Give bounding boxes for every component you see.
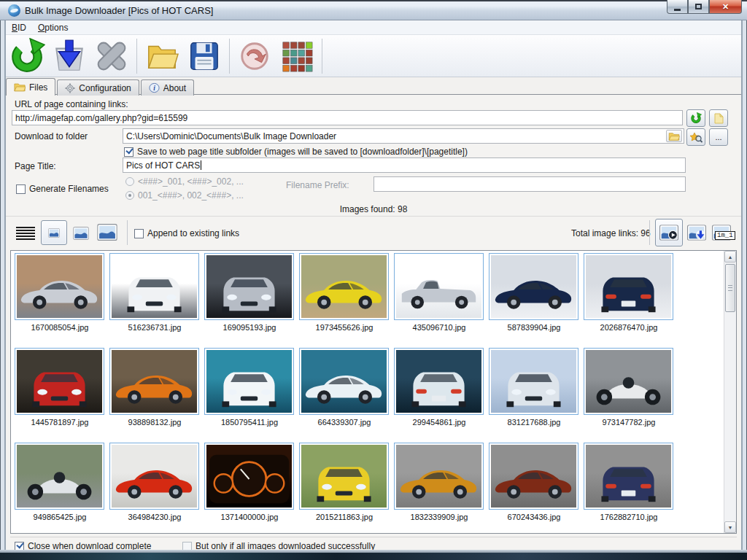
thumbnail-item[interactable]: 2026876470.jpg: [581, 251, 676, 340]
filename-pattern-radio-1[interactable]: <###>_001, <###>_002, ...: [125, 176, 244, 187]
menu-bid[interactable]: BID: [6, 21, 32, 34]
checkbox-box[interactable]: [124, 147, 133, 157]
tab-about[interactable]: i About: [141, 79, 194, 96]
radio-dot[interactable]: [125, 191, 134, 200]
thumbnail-image[interactable]: [584, 348, 673, 415]
thumbnail-item[interactable]: 664339307.jpg: [297, 346, 392, 435]
radio-dot[interactable]: [125, 177, 134, 186]
page-info-button[interactable]: [709, 109, 728, 127]
thumbnail-item[interactable]: 1445781897.jpg: [12, 346, 107, 435]
car-photo: [112, 445, 197, 508]
start-download-button[interactable]: [48, 37, 90, 75]
thumbnail-image[interactable]: [584, 443, 673, 510]
scroll-down-button[interactable]: ▼: [724, 521, 736, 533]
scan-page-button[interactable]: [6, 37, 48, 75]
thumbnail-item[interactable]: 1973455626.jpg: [297, 251, 392, 340]
save-links-button[interactable]: [183, 37, 225, 75]
thumbnail-item[interactable]: 364984230.jpg: [107, 440, 202, 529]
thumbnail-item[interactable]: 938898132.jpg: [107, 346, 202, 435]
thumbnail-image[interactable]: [299, 253, 389, 320]
browse-folder-button[interactable]: [666, 130, 682, 142]
thumbnail-image[interactable]: [394, 253, 484, 320]
thumbnail-item[interactable]: 973147782.jpg: [581, 346, 676, 435]
thumbnail-item[interactable]: 670243436.jpg: [487, 440, 581, 529]
vertical-scrollbar[interactable]: ▲ ▼: [724, 251, 736, 533]
image-grid-button[interactable]: [276, 37, 318, 75]
refresh-small-icon: [690, 112, 702, 124]
download-selected-button[interactable]: [684, 221, 709, 244]
thumbnail-image[interactable]: [204, 348, 294, 415]
open-links-button[interactable]: [141, 37, 183, 75]
tab-files[interactable]: Files: [6, 78, 55, 96]
checkbox-box[interactable]: [16, 184, 26, 194]
thumbnail-image[interactable]: [204, 443, 294, 510]
scrollbar-thumb[interactable]: [725, 264, 735, 312]
thumbnail-image[interactable]: [109, 443, 199, 510]
thumbnail-item[interactable]: 435096710.jpg: [392, 251, 487, 340]
thumbnail-image[interactable]: [109, 348, 199, 415]
reload-url-button[interactable]: [686, 109, 705, 127]
retry-failed-button[interactable]: [233, 37, 276, 75]
thumbnail-item[interactable]: 1670085054.jpg: [12, 251, 107, 340]
thumbnail-image[interactable]: [299, 348, 389, 415]
page-title-input[interactable]: Pics of HOT CARS: [123, 158, 686, 173]
prefix-input[interactable]: [374, 176, 686, 192]
more-options-button[interactable]: ...: [709, 128, 728, 146]
thumbnail-item[interactable]: 1832339909.jpg: [392, 440, 487, 529]
desktop-background: [0, 553, 747, 560]
thumbnail-image[interactable]: [489, 348, 578, 415]
image-play-icon: [659, 225, 678, 241]
cancel-icon: [93, 38, 130, 74]
retry-icon: [238, 39, 271, 73]
thumbnail-item[interactable]: 1762882710.jpg: [581, 440, 676, 529]
save-icon: [187, 39, 221, 73]
thumbnail-image[interactable]: [15, 443, 104, 510]
thumbnail-item[interactable]: 516236731.jpg: [107, 251, 202, 340]
minimize-button[interactable]: [667, 0, 688, 14]
medium-thumbnails-button[interactable]: [69, 222, 93, 244]
thumbnail-image[interactable]: [489, 253, 578, 320]
thumbnail-image[interactable]: [204, 253, 294, 320]
thumbnail-item[interactable]: 831217688.jpg: [487, 346, 581, 435]
thumbnail-image[interactable]: [299, 443, 389, 510]
preview-mode-button[interactable]: [655, 219, 683, 246]
thumbnail-filename: 516236731.jpg: [107, 323, 202, 332]
thumbnail-item[interactable]: 1371400000.jpg: [202, 440, 297, 529]
scroll-up-button[interactable]: ▲: [724, 251, 736, 262]
url-input[interactable]: http://imagefap.com/gallery.php?gid=6155…: [12, 110, 683, 125]
thumbnail-image[interactable]: [15, 348, 104, 415]
menu-options[interactable]: Options: [32, 21, 74, 34]
thumbnail-image[interactable]: [109, 253, 199, 320]
cancel-button[interactable]: [90, 37, 133, 75]
folder-small-icon: [668, 132, 680, 141]
thumbnail-item[interactable]: 587839904.jpg: [487, 251, 581, 340]
thumbnail-filename: 1850795411.jpg: [202, 418, 297, 427]
tab-configuration[interactable]: Configuration: [57, 79, 139, 96]
generate-filenames-checkbox[interactable]: Generate Filenames: [16, 184, 109, 194]
thumbnail-item[interactable]: 299454861.jpg: [392, 346, 487, 435]
thumbnail-item[interactable]: 2015211863.jpg: [297, 440, 392, 529]
checkbox-box[interactable]: [134, 229, 144, 238]
rename-label: 1m_1: [715, 231, 735, 240]
thumbnail-image[interactable]: [394, 443, 484, 510]
thumbnail-image[interactable]: [584, 253, 673, 320]
thumbnail-image[interactable]: [15, 253, 104, 320]
thumbnail-image[interactable]: [489, 443, 578, 510]
title-bar[interactable]: Bulk Image Downloader [Pics of HOT CARS]…: [0, 0, 747, 20]
thumbnail-image[interactable]: [394, 348, 484, 415]
explore-folder-button[interactable]: [686, 128, 705, 146]
append-links-checkbox[interactable]: Append to existing links: [134, 228, 239, 238]
subfolder-checkbox[interactable]: Save to web page title subfolder (images…: [124, 147, 468, 157]
folder-input[interactable]: C:\Users\Dominic\Documents\Bulk Image Do…: [123, 128, 684, 144]
small-thumbnails-button[interactable]: [41, 220, 67, 245]
thumbnail-item[interactable]: 1850795411.jpg: [202, 346, 297, 435]
filename-pattern-radio-2[interactable]: 001_<###>, 002_<###>, ...: [125, 190, 244, 201]
maximize-button[interactable]: [688, 0, 709, 14]
rename-preview-button[interactable]: 1m_1: [709, 221, 734, 244]
large-thumbnails-button[interactable]: [95, 221, 120, 243]
folder-icon: [145, 39, 179, 73]
thumbnail-item[interactable]: 949865425.jpg: [12, 440, 107, 529]
list-view-button[interactable]: [13, 222, 38, 244]
thumbnail-item[interactable]: 169095193.jpg: [202, 251, 297, 340]
close-button[interactable]: ✕: [709, 0, 742, 14]
